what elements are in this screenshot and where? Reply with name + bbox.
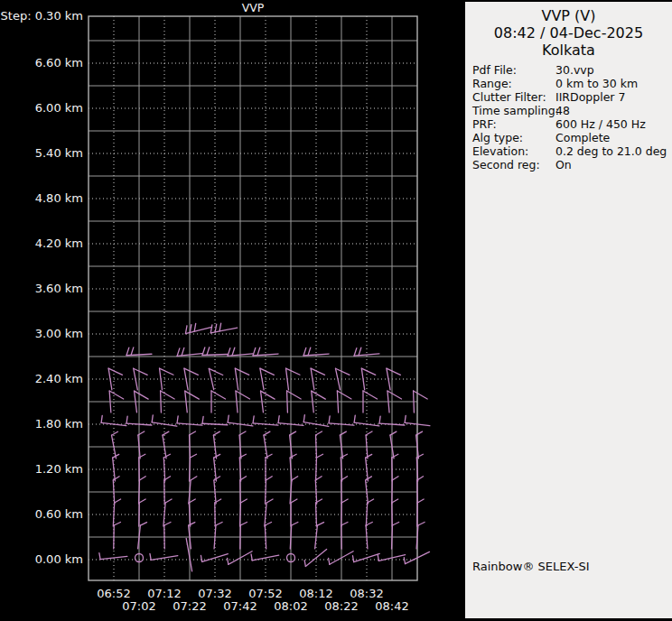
parameter-row: Range:0 km to 30 km xyxy=(465,77,672,90)
parameter-value: 48 xyxy=(555,104,570,117)
y-axis-label: 4.80 km xyxy=(35,191,83,205)
parameter-value: 0 km to 30 km xyxy=(555,77,638,90)
wind-barb xyxy=(316,458,317,481)
chart-title: VVP xyxy=(242,1,265,14)
vvp-chart: VVPStep: 0.30 km6.60 km6.00 km5.40 km4.8… xyxy=(0,0,465,621)
x-axis-label: 07:02 xyxy=(122,599,155,613)
y-axis-label: 3.60 km xyxy=(35,282,83,295)
parameter-label: Clutter Filter: xyxy=(472,90,546,104)
wind-barb xyxy=(414,391,415,412)
parameter-row: Second reg:On xyxy=(465,158,672,171)
y-axis-label: 5.40 km xyxy=(35,146,83,160)
site-name: Kolkata xyxy=(465,42,672,59)
parameter-value: 0.2 deg to 21.0 deg xyxy=(555,144,667,158)
scan-parameters-list: Pdf File:30.vvpRange:0 km to 30 kmClutte… xyxy=(465,63,672,171)
parameter-row: Time sampling:48 xyxy=(465,104,672,117)
product-title: VVP (V) xyxy=(465,7,672,24)
x-axis-label: 07:22 xyxy=(173,599,206,613)
x-axis-label: 08:12 xyxy=(299,587,332,600)
parameter-label: Second reg: xyxy=(472,158,540,171)
parameter-label: Range: xyxy=(472,77,512,90)
x-axis-label: 08:02 xyxy=(274,599,307,613)
x-axis-label: 07:12 xyxy=(147,587,181,600)
y-axis-label: 1.80 km xyxy=(35,417,83,431)
parameter-label: Alg type: xyxy=(472,131,523,144)
y-axis-label: 6.60 km xyxy=(35,56,83,70)
wind-barb xyxy=(190,435,191,459)
parameter-row: Elevation:0.2 deg to 21.0 deg xyxy=(465,144,672,158)
y-axis-label: 3.00 km xyxy=(35,327,83,340)
scan-datetime: 08:42 / 04-Dec-2025 xyxy=(465,24,672,42)
brand-footer: Rainbow® SELEX-SI xyxy=(472,560,590,573)
x-axis-label: 07:42 xyxy=(223,599,257,613)
y-axis-label: 0.60 km xyxy=(35,507,83,521)
y-axis-label: 4.20 km xyxy=(35,236,83,250)
parameter-row: PRF:600 Hz / 450 Hz xyxy=(465,117,672,131)
parameter-label: Elevation: xyxy=(472,144,528,158)
x-axis-label: 06:52 xyxy=(97,587,130,600)
x-axis-label: 08:42 xyxy=(375,599,408,613)
parameter-value: On xyxy=(555,158,572,171)
parameter-row: Clutter Filter:IIRDoppler 7 xyxy=(465,90,672,104)
parameter-label: Pdf File: xyxy=(472,63,517,77)
panel-header: VVP (V) 08:42 / 04-Dec-2025 Kolkata xyxy=(465,2,672,59)
wind-barb xyxy=(266,480,266,504)
parameter-label: Time sampling: xyxy=(472,104,559,117)
wind-barb xyxy=(139,480,140,504)
wind-barb xyxy=(240,503,241,526)
parameter-value: Complete xyxy=(555,131,610,144)
wind-barb xyxy=(316,503,317,526)
y-axis-label: 1.20 km xyxy=(35,462,83,476)
y-axis-label: 0.00 km xyxy=(35,552,83,566)
x-axis-label: 08:22 xyxy=(324,599,358,613)
wind-profile-plot: VVPStep: 0.30 km6.60 km6.00 km5.40 km4.8… xyxy=(0,0,465,621)
x-axis-label: 07:52 xyxy=(248,587,282,600)
wind-barb xyxy=(316,435,317,459)
wind-barb xyxy=(190,458,191,481)
wind-barb xyxy=(161,391,162,412)
info-panel: VVP (V) 08:42 / 04-Dec-2025 Kolkata Pdf … xyxy=(465,2,672,618)
parameter-label: PRF: xyxy=(472,117,497,131)
parameter-row: Alg type:Complete xyxy=(465,131,672,144)
y-axis-label: 6.00 km xyxy=(35,101,83,115)
step-label: Step: 0.30 km xyxy=(1,9,83,23)
x-axis-label: 07:32 xyxy=(198,587,231,600)
y-axis-label: 2.40 km xyxy=(35,372,83,385)
parameter-value: IIRDoppler 7 xyxy=(555,90,625,104)
parameter-row: Pdf File:30.vvp xyxy=(465,63,672,77)
parameter-value: 600 Hz / 450 Hz xyxy=(555,117,646,131)
wind-barb xyxy=(392,525,393,549)
wind-barb xyxy=(287,391,288,412)
parameter-value: 30.vvp xyxy=(555,63,594,77)
x-axis-label: 08:32 xyxy=(350,587,383,600)
